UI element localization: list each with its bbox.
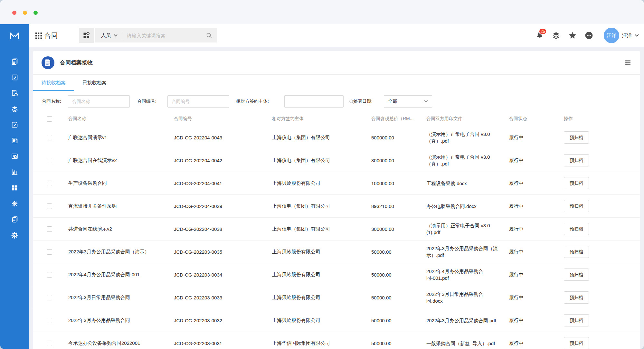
cell-contract-status: 履行中 <box>509 157 564 164</box>
cell-sealed-file: 工程设备采购.docx <box>426 180 509 187</box>
chevron-down-icon <box>635 34 639 37</box>
sidebar-item-contract-layers[interactable] <box>0 101 29 117</box>
cell-total-price: 300000.00 <box>371 226 426 232</box>
sidebar-item-contract-stats[interactable] <box>0 164 29 180</box>
cell-contract-code: JCD-CG-202203-0034 <box>174 272 272 278</box>
cell-contract-name: 生产设备采购合同 <box>68 180 174 186</box>
col-header-action: 操作 <box>564 116 640 122</box>
row-checkbox[interactable] <box>47 135 52 140</box>
cell-contract-status: 履行中 <box>509 249 564 255</box>
cell-total-price: 50000.00 <box>371 295 426 300</box>
counterparty-search-field <box>284 95 344 108</box>
list-view-icon[interactable] <box>624 59 631 67</box>
divider <box>122 32 122 39</box>
row-checkbox[interactable] <box>47 226 52 232</box>
user-menu[interactable]: 汪洋 汪洋 <box>604 28 639 43</box>
cell-contract-code: JCD-CG-202203-0035 <box>174 249 272 255</box>
sidebar-item-contract-sign[interactable] <box>0 117 29 133</box>
cell-counterparty: 上海仪电（集团）有限公司 <box>272 135 371 141</box>
app-menu-icon[interactable] <box>35 32 43 40</box>
tab-pending-archives[interactable]: 待接收档案 <box>33 75 74 91</box>
row-checkbox[interactable] <box>47 295 52 300</box>
contract-search-icon <box>11 152 19 160</box>
contract-list-icon <box>11 58 19 66</box>
cell-contract-name: 2022年3月办公用品采购合同 <box>68 317 174 324</box>
sidebar-item-contract-list[interactable] <box>0 54 29 70</box>
pre-archive-button[interactable]: 预归档 <box>564 200 589 212</box>
contract-name-input[interactable] <box>68 95 130 108</box>
sidebar-item-contract-archive[interactable] <box>0 212 29 227</box>
contract-draft-icon <box>11 73 19 81</box>
close-window-button[interactable] <box>12 11 16 15</box>
cell-total-price: 50000.00 <box>371 318 426 323</box>
counterparty-input[interactable] <box>285 96 349 107</box>
minimize-window-button[interactable] <box>23 11 27 15</box>
sidebar-item-contract-pending[interactable] <box>0 85 29 101</box>
row-checkbox[interactable] <box>47 158 52 163</box>
favorites-button[interactable] <box>568 31 577 40</box>
sidebar-item-contract-draft[interactable] <box>0 70 29 85</box>
pre-archive-button[interactable]: 预归档 <box>564 291 589 304</box>
page-icon-circle <box>42 56 54 69</box>
cell-contract-code: JCD-CG-202203-0031 <box>174 341 272 346</box>
sidebar-item-contract-search[interactable] <box>0 148 29 164</box>
contract-pending-icon <box>11 89 19 97</box>
pre-archive-button[interactable]: 预归档 <box>564 337 589 349</box>
global-search-bar: 人员 <box>95 28 217 42</box>
cell-contract-status: 履行中 <box>509 180 564 186</box>
cell-sealed-file: （演示用）正常电子合同 v3.0（真）.pdf <box>426 131 509 144</box>
search-icon[interactable] <box>206 32 212 39</box>
table-row: 2022年3月办公用品采购合同（演示） JCD-CG-202203-0035 上… <box>33 241 640 263</box>
row-checkbox[interactable] <box>47 181 52 186</box>
sidebar-item-contract-hub[interactable] <box>0 196 29 212</box>
sidebar-item-contract-apps[interactable] <box>0 180 29 196</box>
pre-archive-button[interactable]: 预归档 <box>564 314 589 326</box>
table-row: 2022年3月办公用品采购合同 JCD-CG-202203-0032 上海贝岭股… <box>33 309 640 332</box>
cell-total-price: 100000.00 <box>371 181 426 186</box>
row-checkbox[interactable] <box>47 272 52 278</box>
sidebar-item-settings[interactable] <box>0 227 29 243</box>
table-row: 今承达办公设备采购合同2022001 JCD-CG-202203-0031 上海… <box>33 332 640 349</box>
col-header-status: 合同状态 <box>509 116 564 122</box>
cell-contract-name: 直流短接开关备件采购 <box>68 203 174 209</box>
pre-archive-button[interactable]: 预归档 <box>564 269 589 281</box>
row-checkbox[interactable] <box>47 341 52 346</box>
row-checkbox[interactable] <box>47 203 52 209</box>
cell-sealed-file: （演示用）正常电子合同 v3.0（真）.pdf <box>426 154 509 167</box>
stack-button[interactable] <box>552 31 560 40</box>
pre-archive-button[interactable]: 预归档 <box>564 154 589 166</box>
cell-sealed-file: （演示用）正常电子合同 v3.0 (1).pdf <box>426 222 509 236</box>
global-search-input[interactable] <box>127 33 206 38</box>
cell-counterparty: 上海贝岭股份有限公司 <box>272 317 371 324</box>
pre-archive-button[interactable]: 预归档 <box>564 131 589 144</box>
sidebar-nav <box>0 47 29 349</box>
zoom-window-button[interactable] <box>33 11 38 15</box>
app-launcher-button[interactable] <box>79 28 94 43</box>
cell-contract-status: 履行中 <box>509 340 564 346</box>
row-checkbox[interactable] <box>47 318 52 323</box>
layers-icon <box>552 31 560 40</box>
col-header-code: 合同编号 <box>174 116 272 122</box>
notifications-button[interactable]: 25 <box>535 31 544 40</box>
contract-apps-icon <box>11 184 19 192</box>
select-all-checkbox[interactable] <box>47 116 52 122</box>
cell-contract-code: JCD-CG-202204-0041 <box>174 181 272 186</box>
cell-counterparty: 上海贝岭股份有限公司 <box>272 249 371 255</box>
tab-received-archives[interactable]: 已接收档案 <box>74 75 115 91</box>
contract-archive-icon <box>11 215 19 223</box>
brand-logo[interactable] <box>0 24 29 47</box>
more-options-button[interactable] <box>585 31 593 40</box>
search-scope-dropdown[interactable]: 人员 <box>95 33 118 39</box>
app-window: 合同 人员 <box>0 0 644 349</box>
contract-hub-icon <box>11 200 19 208</box>
pre-archive-button[interactable]: 预归档 <box>564 246 589 258</box>
cell-sealed-file: 2022年3月日常用品采购合同.docx <box>426 291 509 304</box>
pre-archive-button[interactable]: 预归档 <box>564 177 589 189</box>
row-checkbox[interactable] <box>47 249 52 255</box>
pre-archive-button[interactable]: 预归档 <box>564 223 589 235</box>
sidebar-item-contract-news[interactable] <box>0 133 29 148</box>
cell-contract-name: 2022年3月办公用品采购合同（演示） <box>68 249 174 255</box>
page-header: 合同档案接收 <box>33 51 640 75</box>
sign-date-select[interactable]: 全部 <box>384 95 432 108</box>
contract-code-input[interactable] <box>167 95 229 108</box>
